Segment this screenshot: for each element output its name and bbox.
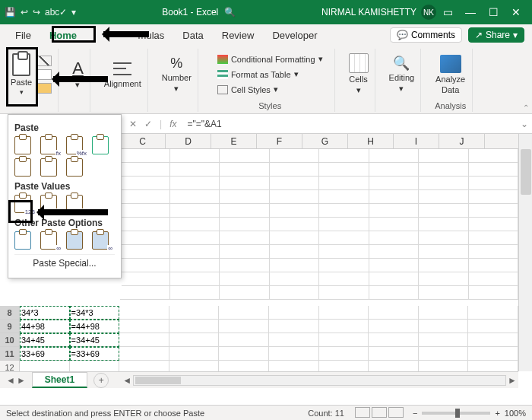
fx-icon[interactable]: fx	[169, 119, 176, 129]
chevron-down-icon: ▾	[174, 84, 179, 94]
clipboard-icon	[12, 53, 30, 76]
col-header[interactable]: C	[120, 134, 166, 148]
avatar: NK	[421, 5, 436, 20]
tab-file[interactable]: File	[6, 24, 40, 46]
expand-formula-bar-icon[interactable]: ⌄	[517, 119, 532, 129]
zoom-slider[interactable]	[422, 412, 490, 415]
col-header[interactable]: J	[439, 134, 485, 148]
close-button[interactable]: ✕	[505, 6, 527, 18]
redo-icon[interactable]: ↪	[33, 7, 40, 18]
paste-formulas-number-option[interactable]: %fx	[66, 136, 87, 156]
normal-view-icon[interactable]	[355, 407, 370, 418]
search-icon[interactable]: 🔍	[224, 7, 236, 18]
paste-formatting-option[interactable]	[14, 231, 36, 251]
paste-values-source-format-option[interactable]: ✎	[66, 195, 87, 215]
paste-link-option[interactable]: ∞	[40, 231, 62, 251]
paste-special-menu-item[interactable]: Paste Special...	[14, 254, 115, 272]
format-as-table-button[interactable]: Format as Table ▾	[212, 68, 328, 81]
number-dropdown[interactable]: % Number ▾	[162, 56, 192, 94]
cut-icon[interactable]	[36, 56, 52, 66]
vertical-scrollbar[interactable]	[518, 134, 532, 371]
minimize-button[interactable]: —	[459, 6, 482, 18]
share-button[interactable]: ↗ Share ▾	[468, 27, 524, 43]
editing-dropdown[interactable]: 🔍 Editing ▾	[389, 55, 415, 94]
alignment-dropdown[interactable]: Alignment	[104, 61, 141, 88]
cell[interactable]: =44+98	[70, 320, 120, 333]
zoom-level[interactable]: 100%	[505, 409, 526, 418]
row-header[interactable]: 11	[0, 347, 20, 361]
cell-styles-button[interactable]: Cell Styles ▾	[212, 83, 328, 96]
collapse-ribbon-icon[interactable]: ⌃	[523, 103, 529, 112]
horizontal-scrollbar[interactable]: ◄ ►	[121, 375, 518, 386]
font-dropdown[interactable]: A ▾	[72, 59, 84, 90]
cells-label: Cells	[349, 75, 367, 84]
maximize-button[interactable]: ☐	[482, 6, 505, 18]
tab-developer[interactable]: Developer	[263, 24, 326, 46]
tab-data[interactable]: Data	[173, 24, 212, 46]
paste-linked-picture-option[interactable]: ∞	[92, 231, 113, 251]
comments-button[interactable]: 💬 Comments	[390, 27, 462, 43]
row-header[interactable]: 8	[0, 306, 20, 320]
paste-values-title: Paste Values	[14, 181, 115, 192]
sheet-tab[interactable]: Sheet1	[32, 372, 87, 388]
view-buttons[interactable]	[353, 407, 404, 419]
zoom-in-icon[interactable]: +	[495, 409, 499, 418]
paste-transpose-option[interactable]	[66, 158, 87, 178]
col-header[interactable]: G	[302, 134, 348, 148]
row-header[interactable]: 10	[0, 333, 20, 347]
chevron-down-icon[interactable]: ▾	[20, 88, 24, 96]
cell[interactable]: =33+69	[70, 347, 120, 361]
cells-area-upper[interactable]	[120, 149, 518, 371]
cell[interactable]: =34*3	[70, 306, 120, 320]
formula-input[interactable]: ="="&A1	[184, 119, 517, 129]
col-header[interactable]: F	[257, 134, 302, 148]
col-header[interactable]: E	[211, 134, 257, 148]
next-sheet-icon[interactable]: ►	[17, 375, 26, 386]
format-painter-icon[interactable]	[36, 83, 52, 94]
prev-sheet-icon[interactable]: ◄	[6, 375, 15, 386]
zoom-control[interactable]: − + 100%	[413, 409, 526, 418]
page-layout-view-icon[interactable]	[372, 407, 387, 418]
col-header[interactable]: H	[348, 134, 394, 148]
paste-keep-width-option[interactable]	[40, 158, 62, 178]
zoom-out-icon[interactable]: −	[413, 409, 417, 418]
cell[interactable]: =34+45	[70, 333, 120, 347]
copy-icon[interactable]	[36, 69, 52, 80]
tab-formulas-partial[interactable]: mulas	[129, 24, 174, 46]
paste-picture-option[interactable]	[66, 231, 87, 251]
scroll-left-icon[interactable]: ◄	[121, 375, 133, 386]
cell[interactable]: 44+98	[20, 320, 70, 333]
scroll-right-icon[interactable]: ►	[506, 375, 518, 386]
tab-review[interactable]: Review	[213, 24, 264, 46]
analyze-data-button[interactable]: Analyze Data	[435, 55, 465, 94]
cell[interactable]: 34*3	[20, 306, 70, 320]
chevron-down-icon: ▾	[75, 80, 80, 90]
add-sheet-button[interactable]: +	[93, 373, 109, 388]
confirm-formula-icon[interactable]: ✓	[144, 119, 152, 129]
paste-formulas-option[interactable]: fx	[40, 136, 62, 156]
paste-all-option[interactable]	[14, 136, 36, 156]
save-icon[interactable]: 💾	[5, 7, 16, 18]
conditional-formatting-button[interactable]: Conditional Formatting ▾	[212, 52, 328, 65]
scrollbar-thumb[interactable]	[135, 377, 181, 384]
paste-no-borders-option[interactable]	[14, 158, 36, 178]
tab-home[interactable]: Home	[40, 24, 86, 46]
scrollbar-thumb[interactable]	[521, 149, 531, 195]
user-account[interactable]: NIRMAL KAMISHETTY NK	[321, 5, 436, 20]
qat-more-icon[interactable]: ▾	[71, 7, 76, 18]
spellcheck-icon[interactable]: abc✓	[45, 7, 67, 18]
paste-values-option[interactable]: 123	[14, 195, 36, 215]
cell[interactable]: 34+45	[20, 333, 70, 347]
cell[interactable]: 33+69	[20, 347, 70, 361]
undo-icon[interactable]: ↩	[21, 7, 28, 18]
cancel-formula-icon[interactable]: ✕	[129, 119, 137, 129]
col-header[interactable]: D	[166, 134, 211, 148]
paste-values-number-format-option[interactable]: %123	[40, 195, 62, 215]
row-header[interactable]: 9	[0, 320, 20, 333]
ribbon-options-icon[interactable]: ▭	[436, 6, 459, 18]
col-header[interactable]: I	[394, 134, 439, 148]
paste-keep-source-option[interactable]	[92, 136, 113, 156]
cells-dropdown[interactable]: Cells ▾	[349, 53, 369, 95]
page-break-view-icon[interactable]	[388, 407, 404, 418]
paste-button[interactable]: Paste ▾	[11, 53, 32, 96]
